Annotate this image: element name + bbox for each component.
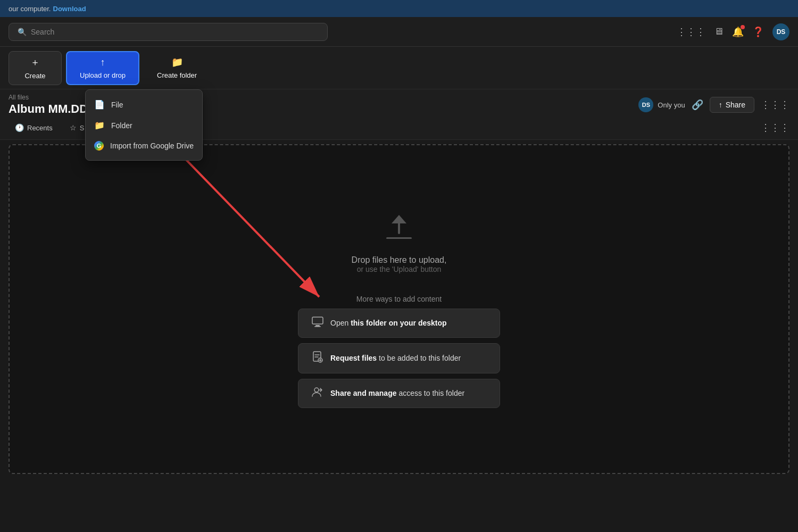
share-manage-text: Share and manage access to this folder (330, 389, 464, 397)
owner-avatar: DS (638, 97, 653, 112)
search-bar[interactable]: 🔍 Search (9, 23, 328, 41)
banner-text: our computer. (9, 5, 51, 13)
main-content-area: Drop files here to upload, or use the 'U… (9, 144, 789, 474)
share-person-icon (311, 387, 324, 400)
search-icon: 🔍 (18, 28, 27, 36)
owner-badge: DS Only you (638, 97, 685, 112)
header: 🔍 Search ⋮⋮⋮ 🖥 🔔 ❓ DS (0, 17, 798, 47)
dropdown-item-folder[interactable]: 📁 Folder (86, 115, 202, 136)
grid-apps-icon[interactable]: ⋮⋮⋮ (677, 26, 705, 38)
create-folder-button-label: Create folder (157, 71, 197, 79)
upload-button-label: Upload or drop (80, 71, 126, 79)
monitor-action-icon (311, 317, 324, 330)
breadcrumb[interactable]: All files (9, 94, 91, 101)
dropdown-item-file[interactable]: 📄 File (86, 94, 202, 115)
svg-rect-3 (312, 317, 323, 324)
breadcrumb-right: DS Only you 🔗 ↑ Share ⋮⋮⋮ (638, 97, 789, 113)
header-right: ⋮⋮⋮ 🖥 🔔 ❓ DS (677, 23, 789, 40)
create-folder-button[interactable]: 📁 Create folder (144, 51, 210, 85)
clock-icon: 🕐 (15, 123, 24, 132)
dropdown-file-label: File (111, 101, 123, 109)
more-ways-title: More ways to add content (356, 295, 442, 303)
folder-title: Album MM.DD. (9, 102, 91, 116)
plus-icon: ＋ (30, 56, 40, 69)
file-icon: 📄 (94, 99, 105, 110)
request-files-text: Request files to be added to this folder (330, 354, 461, 362)
folder-icon: 📁 (94, 120, 105, 130)
top-banner: our computer. Download (0, 0, 798, 17)
help-icon[interactable]: ❓ (752, 26, 764, 38)
share-manage-button[interactable]: Share and manage access to this folder (298, 379, 500, 408)
upload-button[interactable]: ↑ Upload or drop (66, 51, 139, 85)
avatar[interactable]: DS (772, 23, 789, 40)
drop-text-main: Drop files here to upload, (352, 255, 447, 265)
breadcrumb-section: All files Album MM.DD. (9, 94, 91, 116)
svg-marker-2 (392, 215, 406, 223)
open-desktop-button[interactable]: Open this folder on your desktop (298, 309, 500, 338)
drop-text-sub: or use the 'Upload' button (352, 265, 447, 273)
dropdown-google-drive-label: Import from Google Drive (110, 142, 194, 150)
create-button-label: Create (24, 72, 45, 80)
upload-icon: ↑ (101, 57, 105, 68)
monitor-icon[interactable]: 🖥 (714, 26, 724, 37)
share-button[interactable]: ↑ Share (710, 97, 754, 113)
banner-download-link[interactable]: Download (53, 5, 86, 13)
google-drive-icon: G (94, 141, 104, 151)
request-files-button[interactable]: Request files to be added to this folder (298, 343, 500, 373)
more-options-icon[interactable]: ⋮⋮⋮ (761, 99, 789, 111)
svg-rect-0 (386, 237, 412, 239)
folder-plus-icon: 📁 (171, 56, 183, 68)
file-request-icon (311, 351, 324, 365)
dropdown-item-google-drive[interactable]: G Import from Google Drive (86, 136, 202, 156)
recents-button[interactable]: 🕐 Recents (9, 120, 59, 135)
grid-view-icon[interactable]: ⋮⋮⋮ (761, 122, 789, 134)
more-ways-section: More ways to add content Open this folde… (10, 295, 788, 408)
dropdown-folder-label: Folder (111, 121, 132, 130)
create-button[interactable]: ＋ Create (9, 51, 62, 85)
owner-text: Only you (658, 101, 685, 109)
svg-rect-4 (315, 325, 320, 326)
share-icon: ↑ (719, 101, 722, 109)
link-icon[interactable]: 🔗 (692, 99, 703, 111)
svg-rect-5 (314, 326, 321, 327)
svg-point-8 (314, 388, 319, 392)
share-button-label: Share (726, 101, 745, 109)
upload-dropdown-menu: 📄 File 📁 Folder G Import from Google Dri… (85, 89, 203, 161)
bell-icon[interactable]: 🔔 (732, 26, 744, 38)
starred-label: S (80, 124, 85, 132)
toolbar: ＋ Create ↑ Upload or drop 📁 Create folde… (0, 47, 798, 89)
search-placeholder: Search (31, 28, 54, 36)
star-icon: ☆ (70, 123, 77, 132)
drop-text-container: Drop files here to upload, or use the 'U… (352, 255, 447, 273)
recents-label: Recents (27, 124, 53, 132)
open-desktop-text: Open this folder on your desktop (330, 319, 447, 327)
upload-large-icon (382, 211, 416, 247)
